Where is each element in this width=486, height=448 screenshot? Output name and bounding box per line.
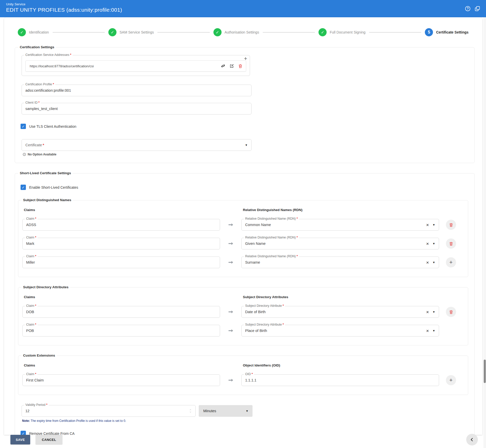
claim-label: Claim*: [25, 254, 38, 258]
copy-icon[interactable]: [474, 6, 480, 12]
claim-field[interactable]: Claim*ADSS: [22, 219, 220, 231]
clear-icon[interactable]: ×: [426, 241, 429, 246]
claim-field[interactable]: Claim*POB: [22, 325, 220, 337]
subject-da-group: Subject Directory Attributes Claims Subj…: [18, 287, 468, 345]
arrow-right-icon: [220, 241, 241, 247]
step-4[interactable]: ✓Full Document Signing: [319, 28, 365, 36]
clear-icon[interactable]: ×: [426, 310, 429, 314]
claim-label: Claim*: [25, 323, 38, 326]
clear-icon[interactable]: ×: [426, 328, 429, 333]
rdn-field[interactable]: Relative Distinguished Name (RDN)*Surnam…: [241, 257, 439, 268]
rdn-field[interactable]: Relative Distinguished Name (RDN)*Common…: [241, 219, 439, 231]
delete-row-button[interactable]: [446, 220, 456, 230]
step-2[interactable]: ✓SAM Service Settings: [108, 28, 154, 36]
spinner-up-icon[interactable]: [189, 409, 192, 411]
sda-field[interactable]: Subject Directory Attribute*Date of Birt…: [241, 306, 439, 318]
step-connector: [263, 32, 315, 33]
oid-header: Object Identifiers (OID): [241, 363, 439, 367]
arrow-right-icon: [220, 377, 241, 383]
dropdown-icon: ▼: [246, 410, 248, 412]
subject-dn-row-2: Claim*MarkRelative Distinguished Name (R…: [22, 238, 463, 249]
dropdown-icon[interactable]: ▼: [432, 311, 435, 313]
cancel-button[interactable]: CANCEL: [36, 435, 62, 444]
clear-icon[interactable]: ×: [426, 222, 429, 227]
add-row-button[interactable]: +: [446, 257, 456, 267]
claim-value: POB: [26, 329, 216, 333]
delete-row-button[interactable]: [446, 307, 456, 317]
step-1[interactable]: ✓Identification: [18, 28, 49, 36]
delete-row-button[interactable]: [446, 238, 456, 249]
spinner-down-icon[interactable]: [189, 411, 192, 413]
claims-header: Claims: [22, 295, 220, 299]
validity-unit-select[interactable]: Minutes ▼: [199, 405, 253, 417]
scrollbar-track[interactable]: [483, 17, 486, 448]
delete-icon[interactable]: [238, 63, 243, 69]
arrow-right-icon: [220, 309, 241, 315]
rdn-header: Relative Distinguished Names (RDN): [241, 208, 439, 212]
address-row[interactable]: https://localhost:8778/adss/certificatio…: [25, 60, 246, 72]
dropdown-icon[interactable]: ▼: [432, 242, 435, 245]
certification-profile-label: Certification Profile*: [24, 83, 55, 86]
step-number-badge: 5: [425, 28, 433, 36]
client-id-field[interactable]: Client ID* samples_test_client: [22, 103, 252, 115]
step-check-icon: ✓: [108, 28, 116, 36]
save-button[interactable]: SAVE: [10, 435, 30, 444]
claim-value: Miller: [26, 260, 216, 264]
claim-value: DOB: [26, 310, 216, 314]
edit-icon[interactable]: [229, 63, 234, 69]
claim-value: First Claim: [26, 378, 216, 382]
section-legend: Short-Lived Certificate Settings: [18, 171, 73, 175]
main-card: ✓Identification✓SAM Service Settings✓Aut…: [4, 17, 482, 435]
certification-profile-field[interactable]: Certification Profile* adss:certificatio…: [22, 85, 252, 96]
step-label: Full Document Signing: [330, 30, 365, 34]
certificate-select[interactable]: Certificate* ▼: [22, 139, 252, 151]
certificate-hint: No Option Available: [23, 153, 468, 156]
help-icon[interactable]: [465, 6, 471, 12]
swap-icon[interactable]: [221, 63, 226, 69]
add-row-button[interactable]: +: [446, 375, 456, 385]
oid-field[interactable]: OID*1.1.1.1: [241, 374, 439, 386]
address-url: https://localhost:8778/adss/certificatio…: [30, 64, 221, 68]
claim-value: Mark: [26, 242, 216, 246]
addresses-label: Certification Service Addresses*: [24, 53, 73, 57]
subject-dn-group: Subject Distinguished Names Claims Relat…: [18, 200, 468, 277]
add-address-icon[interactable]: +: [244, 56, 247, 61]
claim-field[interactable]: Claim*Mark: [22, 238, 220, 249]
step-5[interactable]: 5Certificate Settings: [425, 28, 468, 36]
scrollbar-thumb[interactable]: [484, 360, 486, 383]
claims-header: Claims: [22, 208, 220, 212]
certification-profile-value: adss:certification:profile:001: [25, 88, 248, 92]
claim-label: Claim*: [25, 236, 38, 239]
validity-period-field[interactable]: Validity Period* 12: [22, 405, 196, 417]
claim-field[interactable]: Claim*First Claim: [22, 374, 220, 386]
claim-label: Claim*: [25, 372, 38, 376]
claim-label: Claim*: [25, 304, 38, 308]
info-icon: [23, 153, 26, 156]
claim-field[interactable]: Claim*Miller: [22, 257, 220, 268]
custom-extensions-group: Custom Extensions Claims Object Identifi…: [18, 356, 468, 395]
rdn-field[interactable]: Relative Distinguished Name (RDN)*Given …: [241, 238, 439, 249]
enable-short-lived-checkbox[interactable]: ✓ Enable Short-Lived Certificates: [21, 185, 468, 190]
sda-field[interactable]: Subject Directory Attribute*Place of Bir…: [241, 325, 439, 337]
certificate-select-label: Certificate*: [25, 143, 242, 147]
dropdown-icon[interactable]: ▼: [432, 261, 435, 264]
previous-step-button[interactable]: [466, 434, 478, 445]
dropdown-icon[interactable]: ▼: [432, 329, 435, 332]
step-label: Certificate Settings: [436, 30, 468, 34]
clear-icon[interactable]: ×: [426, 260, 429, 265]
arrow-right-icon: [220, 222, 241, 228]
claim-value: ADSS: [26, 223, 216, 227]
step-check-icon: ✓: [213, 28, 222, 36]
client-id-label: Client ID*: [24, 101, 41, 104]
claim-field[interactable]: Claim*DOB: [22, 306, 220, 318]
subject-dn-row-3: Claim*MillerRelative Distinguished Name …: [22, 257, 463, 268]
tls-auth-checkbox[interactable]: ✓ Use TLS Client Authentication: [21, 124, 468, 129]
number-spinner[interactable]: [189, 409, 192, 413]
dropdown-icon[interactable]: ▼: [432, 223, 435, 226]
step-check-icon: ✓: [18, 28, 26, 36]
step-3[interactable]: ✓Authorisation Settings: [213, 28, 259, 36]
validity-note: Note: The expiry time from Certification…: [22, 419, 468, 423]
claim-label: Claim*: [25, 217, 38, 220]
subject-dn-row-1: Claim*ADSSRelative Distinguished Name (R…: [22, 219, 463, 231]
dropdown-icon[interactable]: ▼: [245, 144, 248, 147]
